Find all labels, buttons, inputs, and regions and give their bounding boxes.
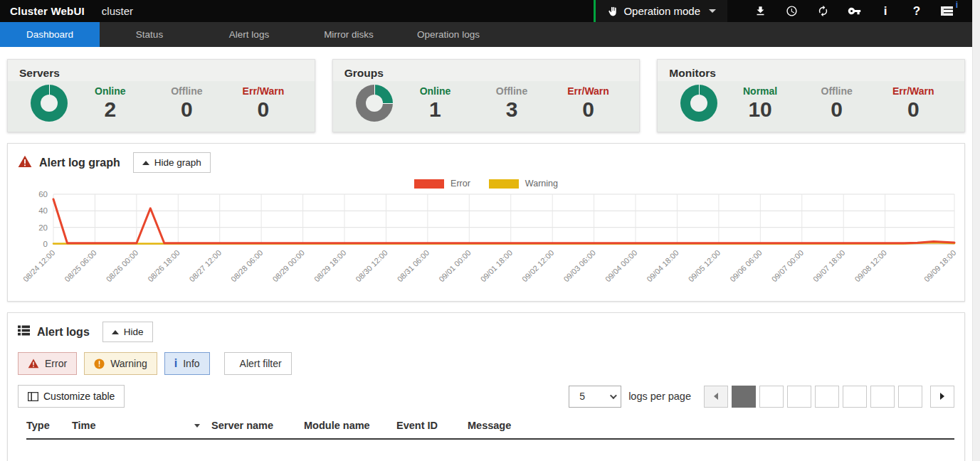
svg-text:08/28 06:00: 08/28 06:00 [229,248,265,284]
logs-per-page-select[interactable]: 5 [569,386,621,408]
vertical-scrollbar[interactable] [972,0,980,461]
page-button-3[interactable] [787,386,811,408]
download-icon[interactable] [744,0,776,22]
column-header-time[interactable]: Time [72,420,211,431]
license-key-icon[interactable] [838,0,870,22]
page-button-4[interactable] [815,386,839,408]
tab-dashboard[interactable]: Dashboard [0,22,100,47]
svg-text:08/27 12:00: 08/27 12:00 [188,248,223,284]
page-button-1[interactable] [732,386,756,408]
customize-table-button[interactable]: Customize table [18,385,125,408]
triangle-left-icon [714,393,718,400]
cluster-table-icon[interactable]: i [932,0,964,22]
warning-circle-icon [94,359,105,369]
stat-errwarn: Err/Warn 0 [225,85,302,121]
alert-filter-row: Error Warning i Info Alert filter [8,346,964,376]
column-header-type: Type [26,420,72,431]
svg-text:09/08 12:00: 09/08 12:00 [853,248,888,284]
svg-text:09/04 18:00: 09/04 18:00 [645,248,680,284]
monitors-card: Monitors Normal 10 Offline 0 Err/Warn 0 [657,59,965,132]
app-title: Cluster WebUI [0,5,85,17]
tab-status[interactable]: Status [100,22,199,47]
svg-text:09/03 06:00: 09/03 06:00 [562,248,597,284]
legend-item-error: Error [414,179,470,189]
svg-text:08/29 18:00: 08/29 18:00 [312,248,348,284]
help-icon[interactable]: ? [901,0,932,22]
triangle-up-icon [112,330,119,334]
tab-operation-logs[interactable]: Operation logs [399,22,498,47]
toolbar-icons: i ? i [727,0,972,22]
alert-logs-table-header: Type Time Server name Module name Event … [26,420,954,440]
column-header-message: Message [468,420,954,431]
svg-text:09/02 12:00: 09/02 12:00 [520,248,556,284]
svg-text:09/04 00:00: 09/04 00:00 [604,248,639,284]
svg-text:09/07 00:00: 09/07 00:00 [770,248,806,284]
prev-page-button[interactable] [704,386,728,408]
svg-text:09/05 12:00: 09/05 12:00 [687,248,722,284]
page-button-2[interactable] [759,386,784,408]
svg-text:09/01 18:00: 09/01 18:00 [479,248,515,284]
time-info-icon[interactable] [776,0,807,22]
svg-text:09/06 06:00: 09/06 06:00 [728,248,764,284]
page-button-5[interactable] [843,386,867,408]
section-title: Alert logs [37,326,90,339]
hide-graph-button[interactable]: Hide graph [133,152,211,173]
section-title: Alert log graph [39,157,120,169]
svg-text:08/24 12:00: 08/24 12:00 [21,248,57,284]
hand-icon [607,6,618,17]
svg-text:08/26 00:00: 08/26 00:00 [105,248,140,284]
stat-offline: Offline 0 [149,85,226,121]
svg-text:60: 60 [38,191,48,198]
servers-card: Servers Online 2 Offline 0 Err/Warn 0 [7,59,315,132]
svg-text:08/30 12:00: 08/30 12:00 [354,248,389,284]
list-icon [18,325,30,339]
chart-legend: Error Warning [8,179,964,189]
page-button-60[interactable] [898,386,922,408]
warning-swatch [489,179,519,189]
tab-alert-logs[interactable]: Alert logs [199,22,299,47]
pager [704,386,954,408]
legend-item-warning: Warning [489,179,558,189]
cluster-webui-app: Cluster WebUI cluster Operation mode [0,0,972,461]
filter-info-button[interactable]: i Info [164,352,210,375]
tab-mirror-disks[interactable]: Mirror disks [299,22,399,47]
column-header-server-name: Server name [211,420,304,431]
column-header-event-id: Event ID [396,420,468,431]
columns-icon [28,392,38,401]
svg-text:08/26 18:00: 08/26 18:00 [146,248,181,284]
servers-donut-chart [31,85,68,122]
groups-donut-chart [356,85,393,122]
logs-per-page-label: logs per page [628,391,691,402]
operation-mode-dropdown[interactable]: Operation mode [596,0,727,22]
pagination-zone: 5 logs per page [569,386,954,408]
stat-offline: Offline 3 [473,85,550,121]
next-page-button[interactable] [930,386,954,408]
alert-warning-icon [18,155,32,171]
svg-text:08/25 06:00: 08/25 06:00 [63,248,98,284]
chevron-down-icon [610,392,617,399]
svg-text:40: 40 [38,206,48,215]
alert-log-graph-section: Alert log graph Hide graph Error Warning… [7,143,965,302]
nav-tabs: Dashboard Status Alert logs Mirror disks… [0,22,972,47]
stat-online: Online 1 [397,85,474,121]
svg-text:08/29 00:00: 08/29 00:00 [270,248,306,284]
card-title: Servers [8,60,315,81]
monitors-donut-chart [680,85,717,122]
svg-text:09/09 18:00: 09/09 18:00 [922,248,958,284]
info-icon[interactable]: i [870,0,901,22]
stat-offline: Offline 0 [799,85,875,121]
triangle-right-icon [940,393,944,400]
reload-icon[interactable] [807,0,838,22]
triangle-up-icon [142,161,149,165]
hide-logs-button[interactable]: Hide [102,322,153,342]
filter-warning-button[interactable]: Warning [84,352,157,375]
stat-errwarn: Err/Warn 0 [875,85,952,121]
svg-text:08/31 06:00: 08/31 06:00 [396,248,431,284]
card-title: Groups [333,60,640,81]
cluster-name: cluster [102,5,133,17]
alert-filter-button[interactable]: Alert filter [224,352,292,375]
page-button-ellipsis[interactable] [870,386,895,408]
filter-error-button[interactable]: Error [18,352,77,375]
svg-text:09/01 00:00: 09/01 00:00 [437,248,473,284]
error-swatch [414,179,444,189]
